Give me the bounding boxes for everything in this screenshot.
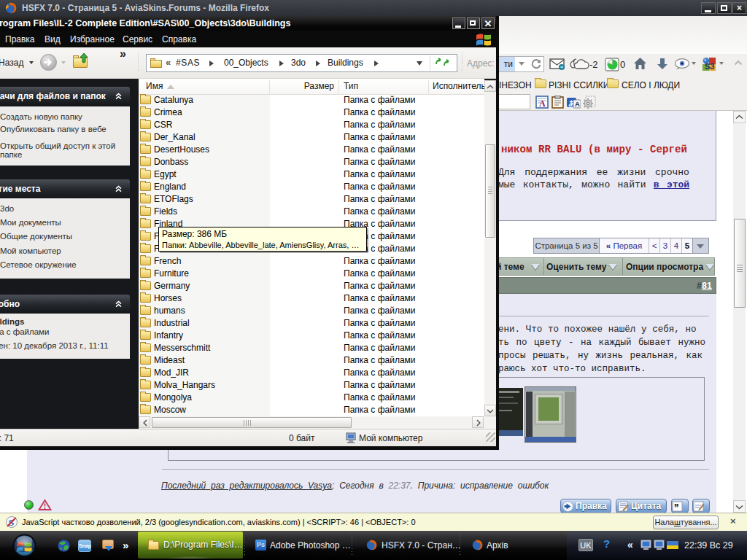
svg-text:S3: S3 (705, 62, 714, 71)
svg-text:A: A (539, 98, 546, 109)
svg-text:A: A (575, 100, 580, 108)
svg-text:”: ” (674, 502, 679, 512)
